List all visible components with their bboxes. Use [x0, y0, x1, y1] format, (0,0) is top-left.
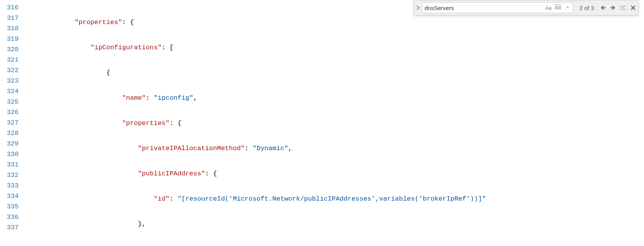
chevron-right-icon [416, 6, 420, 10]
close-icon [630, 5, 636, 10]
json-key: "publicIPAddress" [138, 170, 205, 177]
line-number: 318 [0, 23, 19, 34]
json-string: "[resourceId('Microsoft.Network/publicIP… [178, 195, 486, 203]
line-number: 335 [0, 201, 19, 212]
toggle-replace-button[interactable] [414, 0, 422, 15]
match-case-toggle[interactable]: Aa [544, 3, 552, 12]
line-number: 321 [0, 55, 19, 65]
close-find-button[interactable] [628, 3, 638, 13]
find-in-selection-button[interactable] [618, 3, 628, 13]
line-number: 323 [0, 76, 19, 86]
arrow-right-icon [610, 5, 616, 10]
code-editor[interactable]: 316 317 318 319 320 321 322 323 324 325 … [0, 0, 644, 246]
line-number: 333 [0, 180, 19, 191]
line-number: 331 [0, 159, 19, 170]
code-line: "id": "[resourceId('Microsoft.Network/pu… [27, 194, 644, 204]
code-line: "properties": { [27, 118, 644, 128]
json-key: "ipConfigurations" [90, 44, 162, 51]
line-number-gutter: 316 317 318 319 320 321 322 323 324 325 … [0, 0, 23, 246]
code-line: "ipConfigurations": [ [27, 42, 644, 53]
json-key: "name" [122, 94, 146, 102]
line-number: 317 [0, 13, 19, 23]
previous-match-button[interactable] [598, 3, 608, 13]
match-count: 2 of 3 [575, 5, 598, 11]
code-content[interactable]: "properties": { "ipConfigurations": [ { … [23, 0, 644, 246]
line-number: 328 [0, 128, 19, 139]
search-input-wrap: Aa Abl .* [422, 2, 573, 13]
json-string: "Dynamic" [253, 145, 288, 152]
search-input[interactable] [425, 5, 543, 11]
regex-toggle[interactable]: .* [563, 3, 571, 12]
code-line: { [27, 68, 644, 78]
next-match-button[interactable] [608, 3, 618, 13]
code-line: }, [27, 219, 644, 229]
line-number: 320 [0, 44, 19, 55]
json-key: "id" [154, 195, 169, 203]
json-key: "privateIPAllocationMethod" [138, 145, 245, 152]
line-number: 316 [0, 2, 19, 13]
arrow-left-icon [600, 5, 606, 10]
code-line: "privateIPAllocationMethod": "Dynamic", [27, 143, 644, 154]
find-widget: Aa Abl .* 2 of 3 [414, 0, 639, 16]
selection-icon [620, 5, 626, 10]
code-line: "subnet": { [27, 244, 644, 246]
line-number: 327 [0, 118, 19, 128]
line-number: 337 [0, 222, 19, 233]
code-line: "name": "ipconfig", [27, 93, 644, 103]
code-line: "publicIPAddress": { [27, 168, 644, 179]
json-key: "properties" [74, 19, 122, 26]
whole-word-toggle[interactable]: Abl [553, 3, 562, 12]
line-number: 324 [0, 86, 19, 97]
line-number: 332 [0, 170, 19, 180]
json-string: "ipconfig" [154, 94, 193, 102]
json-key: "properties" [122, 120, 169, 127]
line-number: 329 [0, 139, 19, 149]
line-number: 334 [0, 191, 19, 201]
line-number: 319 [0, 34, 19, 44]
line-number: 330 [0, 149, 19, 159]
line-number: 322 [0, 65, 19, 76]
line-number: 336 [0, 212, 19, 222]
line-number: 326 [0, 107, 19, 118]
code-line: "properties": { [27, 17, 644, 28]
line-number: 325 [0, 97, 19, 107]
